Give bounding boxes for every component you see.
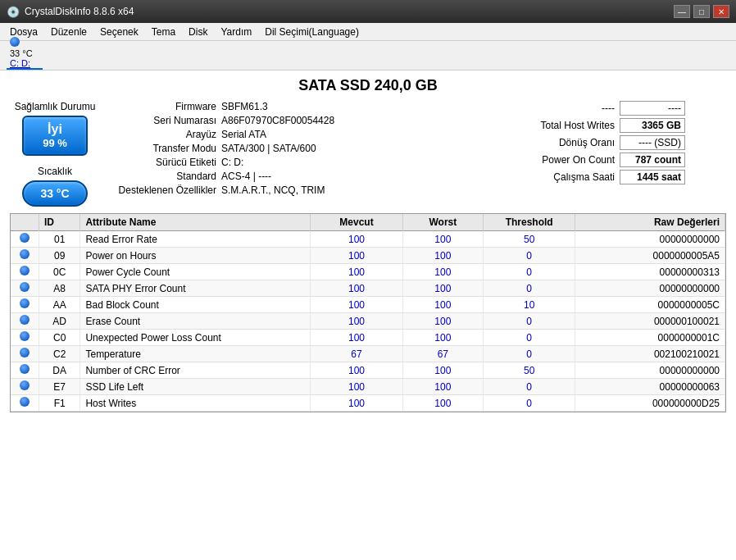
title-bar: 💿 CrystalDiskInfo 8.8.6 x64 — □ ✕	[0, 0, 736, 23]
row-worst: 100	[402, 395, 483, 412]
row-raw: 0000000005C	[575, 297, 725, 313]
info-row-firmware: Firmware SBFM61.3	[107, 101, 507, 112]
row-dot-cell	[11, 379, 39, 395]
temp-badge: 33 °C	[22, 180, 88, 207]
th-mevcut: Mevcut	[311, 214, 402, 231]
table-row: A8 SATA PHY Error Count 100 100 0 000000…	[11, 280, 725, 297]
smart-table: ID Attribute Name Mevcut Worst Threshold…	[11, 214, 725, 412]
row-dot-cell	[11, 297, 39, 313]
firmware-key: Firmware	[107, 101, 221, 112]
firmware-val: SBFM61.3	[221, 101, 268, 112]
row-id: C0	[39, 330, 80, 346]
menu-item-disk[interactable]: Disk	[182, 25, 214, 39]
table-row: C0 Unexpected Power Loss Count 100 100 0…	[11, 330, 725, 346]
table-row: F1 Host Writes 100 100 0 000000000D25	[11, 395, 725, 412]
disk-title: SATA SSD 240,0 GB	[10, 77, 726, 94]
row-raw: 002100210021	[575, 346, 725, 362]
health-percent: 99 %	[39, 137, 71, 149]
disk-tab-1[interactable]: 33 °C C: D:	[7, 35, 43, 70]
disk-dot	[10, 37, 20, 47]
standard-key: Standard	[107, 171, 221, 182]
row-mevcut: 100	[311, 231, 402, 248]
maximize-button[interactable]: □	[693, 5, 710, 18]
row-worst: 100	[402, 264, 483, 280]
drive-label-val: C: D:	[221, 157, 243, 168]
serial-val: A86F07970C8F00054428	[221, 115, 334, 126]
row-mevcut: 100	[311, 330, 402, 346]
row-id: 01	[39, 231, 80, 248]
row-threshold: 50	[484, 231, 575, 248]
transfer-val: SATA/300 | SATA/600	[221, 143, 316, 154]
right-row-power-on-count: Power On Count 787 count	[513, 153, 726, 167]
minimize-button[interactable]: —	[674, 5, 690, 18]
row-dot-cell	[11, 313, 39, 330]
th-worst: Worst	[402, 214, 483, 231]
right-panel: ---- ---- Total Host Writes 3365 GB Dönü…	[513, 101, 726, 207]
host-writes-val: 3365 GB	[620, 118, 685, 133]
row-threshold: 0	[484, 395, 575, 412]
row-threshold: 0	[484, 346, 575, 362]
close-button[interactable]: ✕	[713, 5, 729, 18]
row-threshold: 0	[484, 379, 575, 395]
row-dot	[20, 348, 30, 357]
row-mevcut: 100	[311, 379, 402, 395]
host-writes-key: Total Host Writes	[513, 120, 620, 131]
serial-key: Seri Numarası	[107, 115, 221, 126]
row-raw: 00000000063	[575, 379, 725, 395]
row-dot-cell	[11, 231, 39, 248]
th-threshold: Threshold	[484, 214, 575, 231]
standard-val: ACS-4 | ----	[221, 171, 271, 182]
row-attr: Unexpected Power Loss Count	[80, 330, 311, 346]
row-id: 0C	[39, 264, 80, 280]
row-mevcut: 100	[311, 313, 402, 330]
row-dot	[20, 397, 30, 407]
th-attr: Attribute Name	[80, 214, 311, 231]
row-worst: 100	[402, 248, 483, 264]
menu-item-tema[interactable]: Tema	[145, 25, 182, 39]
row-raw: 0000000005A5	[575, 248, 725, 264]
smart-table-body: 01 Read Error Rate 100 100 50 0000000000…	[11, 231, 725, 412]
row-threshold: 10	[484, 297, 575, 313]
row-worst: 100	[402, 330, 483, 346]
row-worst: 100	[402, 280, 483, 297]
row-raw: 00000000000	[575, 362, 725, 379]
row-id: F1	[39, 395, 80, 412]
menu-item-d-zenle[interactable]: Düzenle	[44, 25, 93, 39]
row-attr: SATA PHY Error Count	[80, 280, 311, 297]
th-dot	[11, 214, 39, 231]
right-row-donus: Dönüş Oranı ---- (SSD)	[513, 135, 726, 150]
interface-val: Serial ATA	[221, 129, 266, 140]
row-mevcut: 100	[311, 362, 402, 379]
row-raw: 00000000000	[575, 231, 725, 248]
row-threshold: 0	[484, 313, 575, 330]
row-mevcut: 67	[311, 346, 402, 362]
row-mevcut: 100	[311, 248, 402, 264]
donus-key: Dönüş Oranı	[513, 137, 620, 148]
left-panel: Sağlamlık Durumu İyi 99 % Sıcaklık 33 °C	[10, 101, 100, 207]
row-mevcut: 100	[311, 297, 402, 313]
table-row: E7 SSD Life Left 100 100 0 00000000063	[11, 379, 725, 395]
menu-bar: DosyaDüzenleSeçenekTemaDiskYardımDil Seç…	[0, 23, 736, 41]
row-mevcut: 100	[311, 264, 402, 280]
row-id: A8	[39, 280, 80, 297]
menu-item-se-enek[interactable]: Seçenek	[93, 25, 145, 39]
table-header-row: ID Attribute Name Mevcut Worst Threshold…	[11, 214, 725, 231]
app-title: CrystalDiskInfo 8.8.6 x64	[25, 6, 134, 17]
temp-label: Sıcaklık	[38, 166, 72, 177]
menu-item-dil-se-imi-language-[interactable]: Dil Seçimi(Language)	[258, 25, 366, 39]
disk-tab-bar: 33 °C C: D:	[0, 41, 736, 71]
row-id: DA	[39, 362, 80, 379]
calisma-key: Çalışma Saati	[513, 171, 620, 183]
row-dot-cell	[11, 330, 39, 346]
row-id: E7	[39, 379, 80, 395]
row-attr: Bad Block Count	[80, 297, 311, 313]
health-status: İyi	[39, 122, 71, 137]
row-worst: 100	[402, 362, 483, 379]
row-raw: 0000000001C	[575, 330, 725, 346]
row-raw: 00000000313	[575, 264, 725, 280]
drive-label-key: Sürücü Etiketi	[107, 157, 221, 168]
menu-item-yard-m[interactable]: Yardım	[214, 25, 258, 39]
row-threshold: 50	[484, 362, 575, 379]
row-attr: Power on Hours	[80, 248, 311, 264]
info-row-drive-label: Sürücü Etiketi C: D:	[107, 157, 507, 168]
